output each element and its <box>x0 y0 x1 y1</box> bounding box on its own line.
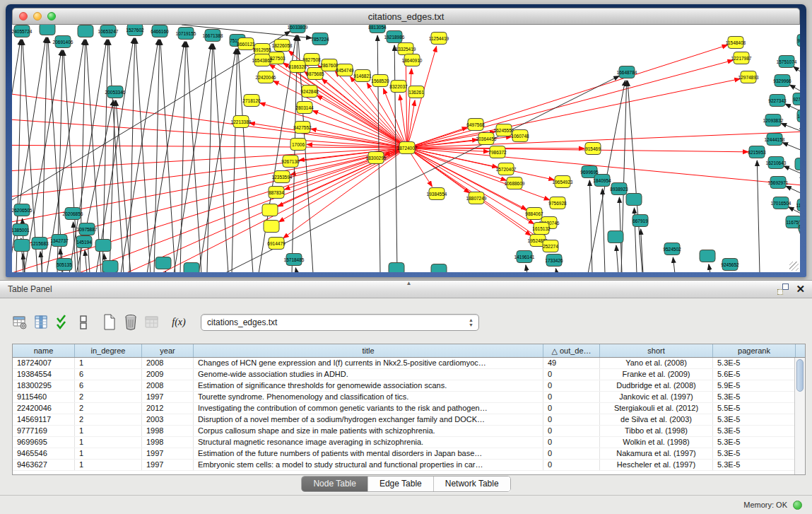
graph-edge[interactable] <box>154 40 160 272</box>
network-graph[interactable]: 1872400724055724206914061065324715276026… <box>12 25 800 272</box>
node-table[interactable]: namein_degreeyeartitle△ out_de…shortpage… <box>12 344 806 475</box>
table-cell[interactable]: 9465546 <box>13 448 75 459</box>
table-cell[interactable]: 6 <box>75 369 142 380</box>
table-cell[interactable]: 1 <box>75 437 142 448</box>
table-cell[interactable]: 0 <box>543 369 600 380</box>
graph-edge[interactable] <box>283 148 407 238</box>
graph-edge[interactable] <box>317 95 407 148</box>
graph-edge[interactable] <box>394 45 397 272</box>
graph-edge[interactable] <box>786 186 800 194</box>
table-cell[interactable]: Corpus callosum shape and size in male p… <box>194 426 543 436</box>
graph-edge[interactable] <box>709 264 710 272</box>
table-mode-button[interactable] <box>10 312 31 333</box>
graph-node[interactable] <box>14 240 30 252</box>
float-panel-icon[interactable] <box>777 284 789 295</box>
table-cell[interactable]: 2008 <box>142 358 194 368</box>
table-selector-dropdown[interactable]: citations_edges.txt ▲▼ <box>201 314 479 331</box>
graph-edge[interactable] <box>407 78 740 148</box>
graph-edge[interactable] <box>85 250 87 272</box>
table-cell[interactable]: 49 <box>543 358 600 368</box>
table-row[interactable]: 2242004622012Investigating the contribut… <box>13 403 805 414</box>
graph-edge[interactable] <box>757 160 760 272</box>
table-row[interactable]: 1456911722003Disruption of a novel membe… <box>13 414 805 426</box>
unselect-all-button[interactable] <box>73 312 95 333</box>
graph-edge[interactable] <box>628 81 642 272</box>
table-cell[interactable]: 5.3E-5 <box>713 426 796 436</box>
table-row[interactable]: 946362711997Embryonic stem cells: a mode… <box>13 460 805 471</box>
table-cell[interactable]: 2 <box>75 403 142 414</box>
table-cell[interactable]: Jankovic et al. (1997) <box>600 392 713 402</box>
graph-edge[interactable] <box>407 60 733 148</box>
table-row[interactable]: 946554611997Estimation of the future num… <box>13 448 805 460</box>
table-cell[interactable]: 0 <box>543 448 600 459</box>
table-cell[interactable]: 0 <box>543 403 600 414</box>
column-header-name[interactable]: name <box>13 344 75 357</box>
table-cell[interactable]: Nakamura et al. (1997) <box>600 448 713 459</box>
column-header-short[interactable]: short <box>600 344 713 357</box>
network-view-window[interactable]: citations_edges.txt 18724007240557242069… <box>6 4 806 277</box>
select-all-button[interactable] <box>52 312 73 333</box>
table-cell[interactable]: 5.6E-5 <box>713 369 796 380</box>
scrollbar-thumb[interactable] <box>796 359 804 392</box>
table-cell[interactable]: 1998 <box>142 426 194 436</box>
table-cell[interactable]: 18724007 <box>13 358 75 368</box>
table-header-row[interactable]: namein_degreeyeartitle△ out_de…shortpage… <box>13 344 805 358</box>
memory-ok-icon[interactable] <box>793 501 802 510</box>
table-cell[interactable]: 5.3E-5 <box>713 414 796 425</box>
graph-edge[interactable] <box>794 66 800 73</box>
table-cell[interactable]: 2012 <box>142 403 194 414</box>
table-cell[interactable]: Embryonic stem cells: a model to study s… <box>194 460 543 470</box>
table-cell[interactable]: Estimation of significance thresholds fo… <box>194 380 543 391</box>
graph-node[interactable] <box>608 231 623 243</box>
table-cell[interactable]: 0 <box>543 460 600 470</box>
column-header-pagerank[interactable]: pagerank <box>713 344 796 357</box>
graph-edge[interactable] <box>273 81 407 148</box>
table-cell[interactable]: Tourette syndrome. Phenomenology and cla… <box>194 392 543 402</box>
table-cell[interactable]: Genome-wide association studies in ADHD. <box>194 369 543 380</box>
table-row[interactable]: 977716911998Corpus callosum shape and si… <box>13 426 805 437</box>
graph-edge[interactable] <box>621 81 627 272</box>
graph-edge[interactable] <box>407 131 800 148</box>
graph-edge[interactable] <box>16 40 22 272</box>
graph-node[interactable] <box>795 158 800 170</box>
graph-edge[interactable] <box>187 42 201 272</box>
table-cell[interactable]: 5.3E-5 <box>713 460 796 470</box>
table-cell[interactable]: Wolkin et al. (1998) <box>600 437 713 448</box>
graph-node[interactable] <box>431 264 447 273</box>
table-cell[interactable]: Disruption of a novel member of a sodium… <box>194 414 543 425</box>
table-cell[interactable]: 5.3E-5 <box>713 437 796 448</box>
table-cell[interactable]: 1997 <box>142 448 194 459</box>
graph-edge[interactable] <box>406 57 407 148</box>
graph-node[interactable] <box>95 240 111 252</box>
table-cell[interactable]: 5.9E-5 <box>713 380 796 391</box>
graph-edge[interactable] <box>232 49 237 272</box>
graph-edge[interactable] <box>199 49 236 272</box>
graph-edge[interactable] <box>295 268 297 272</box>
graph-edge[interactable] <box>129 38 135 272</box>
table-cell[interactable]: 2003 <box>142 414 194 425</box>
table-cell[interactable]: 1998 <box>142 437 194 448</box>
table-row[interactable]: 1938455462009Genome-wide association stu… <box>13 369 805 380</box>
tab-network-table[interactable]: Network Table <box>434 477 510 491</box>
graph-edge[interactable] <box>782 143 800 151</box>
delete-table-button[interactable] <box>141 312 163 333</box>
graph-edge[interactable] <box>136 38 151 272</box>
graph-edge[interactable] <box>526 265 527 272</box>
table-cell[interactable]: 22420046 <box>13 403 75 414</box>
table-row[interactable]: 1830029562008Estimation of significance … <box>13 380 805 392</box>
table-row[interactable]: 1872400712008Changes of HCN gene express… <box>13 358 805 369</box>
graph-edge[interactable] <box>616 245 618 272</box>
close-panel-icon[interactable]: ✕ <box>796 284 805 295</box>
table-cell[interactable]: 2008 <box>142 380 194 391</box>
table-cell[interactable]: Investigating the contribution of common… <box>194 403 543 414</box>
graph-node[interactable] <box>102 261 118 273</box>
graph-edge[interactable] <box>238 49 253 272</box>
column-header-out_de[interactable]: △ out_de… <box>543 344 600 357</box>
table-cell[interactable]: Hescheler et al. (1997) <box>600 460 713 470</box>
tab-node-table[interactable]: Node Table <box>302 477 368 491</box>
table-cell[interactable]: 1997 <box>142 392 194 402</box>
table-vertical-scrollbar[interactable] <box>794 358 805 474</box>
table-cell[interactable]: 14569117 <box>13 414 75 425</box>
graph-edge[interactable] <box>12 145 407 148</box>
table-cell[interactable]: Yano et al. (2008) <box>600 358 713 368</box>
